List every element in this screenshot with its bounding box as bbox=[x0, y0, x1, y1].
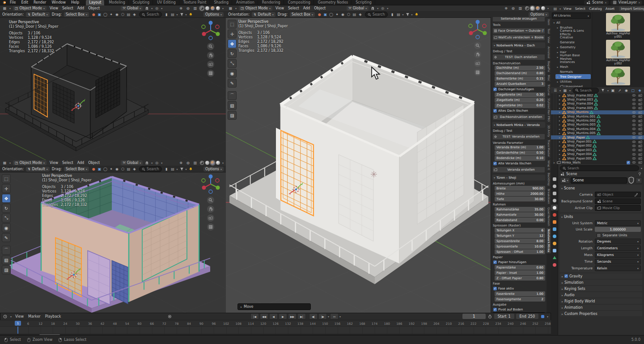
snap-magnet-icon[interactable] bbox=[144, 6, 149, 11]
unit-scale-slider[interactable]: 1.000000 bbox=[595, 227, 641, 232]
move-view-icon[interactable] bbox=[207, 52, 214, 59]
outliner-row-shoji-paper-002[interactable]: ▸Shoji_Paper.002 bbox=[551, 144, 644, 148]
prev-keyframe-button[interactable]: ◀◀ bbox=[260, 313, 268, 319]
expand-icon[interactable]: ▸ bbox=[559, 128, 561, 130]
expand-icon[interactable]: ▸ bbox=[559, 123, 561, 126]
collapsed-section-keying-sets[interactable]: ▸Keying Sets bbox=[560, 286, 642, 291]
npanel-field-veranda-breite-m[interactable]: Veranda Breite (m)1.00 bbox=[495, 145, 545, 150]
zoom-icon[interactable] bbox=[207, 43, 214, 50]
npanel-tab-misc[interactable]: Misc bbox=[547, 74, 551, 82]
viewport-menu-select[interactable]: Select bbox=[61, 161, 74, 165]
options-dropdown[interactable]: Options▾ bbox=[203, 12, 224, 17]
npanel-tab-stylized-hair-pro[interactable]: Stylized Hair PRO bbox=[547, 97, 551, 123]
timeline-track[interactable] bbox=[0, 326, 551, 334]
rendered-shading[interactable] bbox=[216, 161, 220, 165]
workspace-tab-rendering[interactable]: Rendering bbox=[259, 0, 284, 5]
jump-to-start-button[interactable]: |◀ bbox=[250, 313, 259, 319]
end-frame-field[interactable]: End250 bbox=[516, 314, 538, 319]
3d-viewport-canvas-material[interactable] bbox=[0, 172, 226, 313]
viewport-wireframe[interactable]: ▦▾◳Object Mode▾ViewSelectAddObject⤧Globa… bbox=[0, 5, 226, 160]
npanel-field-rahmentiefe[interactable]: Rahmentiefe30.00 bbox=[495, 212, 545, 217]
object-data-icon[interactable] bbox=[551, 255, 558, 260]
import-settings-dropdown[interactable]: Import Settings▾ bbox=[619, 6, 644, 11]
rendered-shading[interactable] bbox=[216, 6, 220, 10]
object-icon[interactable] bbox=[551, 219, 558, 225]
workspace-tab-uv-editing[interactable]: UV Editing bbox=[154, 0, 179, 5]
mesh-cube-icon[interactable]: ▣ bbox=[323, 12, 328, 17]
mode-dropdown[interactable]: ◳Object Mode▾ bbox=[13, 6, 47, 11]
filter-icon[interactable] bbox=[405, 12, 410, 17]
nudge-back-button[interactable]: ◀| bbox=[309, 313, 318, 319]
sphere-icon[interactable]: ◯ bbox=[103, 12, 108, 17]
scene-selector[interactable]: Scene× bbox=[584, 0, 608, 5]
outliner-row-shoji-muntins-001[interactable]: ▸Shoji_Muntins.001 bbox=[551, 114, 644, 118]
expand-icon[interactable]: ▸ bbox=[559, 149, 561, 151]
viewport-search-input[interactable]: Search bbox=[139, 166, 161, 172]
keying-stopwatch-icon[interactable] bbox=[487, 314, 492, 319]
expand-icon[interactable]: ▸ bbox=[559, 115, 561, 118]
properties-search-input[interactable]: Search bbox=[560, 165, 639, 171]
menu-render[interactable]: Render bbox=[31, 0, 48, 4]
particles-icon[interactable] bbox=[551, 233, 558, 239]
id-field-background-scene[interactable]: Scene bbox=[595, 198, 641, 204]
empty-icon[interactable]: ⬡ bbox=[120, 167, 125, 172]
annotate-tool[interactable]: ✎ bbox=[2, 233, 11, 242]
expand-icon[interactable]: ▸ bbox=[559, 140, 561, 143]
outliner-row-shoji-frame-003[interactable]: ▸Shoji_Frame.003 bbox=[551, 97, 644, 101]
grid-toggle-icon[interactable] bbox=[207, 223, 214, 231]
workspace-tab-shading[interactable]: Shading bbox=[211, 0, 232, 5]
navigation-gizmo[interactable] bbox=[467, 19, 488, 40]
workspace-tab-compositing[interactable]: Compositing bbox=[285, 0, 314, 5]
npanel-tab-quad-remesh[interactable]: Quad Remesh bbox=[547, 206, 551, 227]
viewport-menu-object[interactable]: Object bbox=[87, 161, 101, 165]
npanel-tab-breakdown[interactable]: Breakdown bbox=[547, 188, 551, 205]
asset-menu-asset[interactable]: Asset bbox=[605, 7, 616, 11]
operator-panel-move[interactable]: ▸ Move bbox=[237, 303, 311, 310]
catalog-normals[interactable]: Normals bbox=[555, 69, 591, 74]
playhead-line[interactable] bbox=[17, 327, 18, 334]
browse-scene-button[interactable]: ▾ bbox=[560, 177, 570, 184]
scale-tool[interactable]: ⤡ bbox=[2, 214, 11, 222]
restrict-hide-icon[interactable]: ◉ bbox=[624, 88, 629, 93]
sphere-icon[interactable]: ◯ bbox=[329, 12, 334, 17]
drag-dropdown[interactable]: Select Box▾ bbox=[290, 12, 315, 17]
timeline-menu-playback[interactable]: Playback bbox=[44, 315, 62, 319]
snap-magnet-icon[interactable] bbox=[144, 160, 149, 165]
scene-icon[interactable] bbox=[551, 205, 558, 210]
move-tool[interactable]: ✥ bbox=[228, 39, 237, 48]
npanel-checkbox-fase-aktiv[interactable]: ✓Fase aktiv bbox=[493, 286, 545, 291]
npanel-checkbox-altes-dach-l-schen[interactable]: ✓Altes Dach löschen bbox=[493, 109, 545, 113]
armature-icon[interactable]: ◈ bbox=[132, 12, 137, 17]
expand-icon[interactable]: ▸ bbox=[559, 107, 561, 109]
physics-icon[interactable] bbox=[551, 240, 558, 246]
npanel-field-balkenst-rke-m[interactable]: Balkenstärke (m)0.15 bbox=[495, 76, 545, 81]
npanel-tab-tricurve[interactable]: TriCurve bbox=[547, 83, 551, 97]
rendered-shading[interactable] bbox=[541, 6, 545, 10]
timeline-menu-marker[interactable]: Marker bbox=[27, 315, 42, 319]
menu-edit[interactable]: Edit bbox=[19, 0, 30, 4]
zoom-icon[interactable] bbox=[207, 197, 214, 204]
catalog-camera-lens-effects[interactable]: Camera & Lens Effects bbox=[555, 30, 591, 35]
restrict-render-icon[interactable]: ◈ bbox=[637, 88, 642, 93]
solid-shading[interactable] bbox=[205, 161, 209, 165]
npanel-tab-view[interactable]: View bbox=[547, 35, 551, 44]
outliner-row-shoji-frame-004[interactable]: ▸Shoji_Frame.004 bbox=[551, 102, 644, 106]
expand-icon[interactable]: ▸ bbox=[559, 94, 561, 97]
overlays-icon[interactable]: ◍ bbox=[186, 160, 191, 165]
collapsed-section-rigid-body-world[interactable]: ▸Rigid Body World bbox=[560, 298, 642, 304]
asset-menu-view[interactable]: View bbox=[563, 7, 572, 11]
expand-icon[interactable]: ▸ bbox=[559, 132, 561, 134]
viewport-search-input[interactable]: Search bbox=[365, 12, 387, 17]
annotation-icon[interactable]: ▮ bbox=[164, 12, 169, 17]
outliner-row-shoji-frame-002[interactable]: ▸Shoji_Frame.002 bbox=[551, 93, 644, 97]
outliner-row-shoji-paper[interactable]: ▸Shoji_Paper bbox=[551, 135, 644, 139]
scene-name-field[interactable]: Scene bbox=[571, 177, 627, 184]
move-view-icon[interactable] bbox=[474, 51, 481, 58]
workspace-tab-texture-paint[interactable]: Texture Paint bbox=[180, 0, 210, 5]
orientation-default-dropdown[interactable]: ↯Default▾ bbox=[26, 167, 50, 172]
cursor-tool[interactable]: ✛ bbox=[2, 184, 11, 193]
filter-icon[interactable] bbox=[601, 88, 606, 93]
outliner-editor-icon[interactable]: ☰ bbox=[553, 88, 558, 93]
section-header-units[interactable]: ▾Units bbox=[561, 214, 641, 219]
expand-icon[interactable]: ▸ bbox=[554, 161, 556, 164]
